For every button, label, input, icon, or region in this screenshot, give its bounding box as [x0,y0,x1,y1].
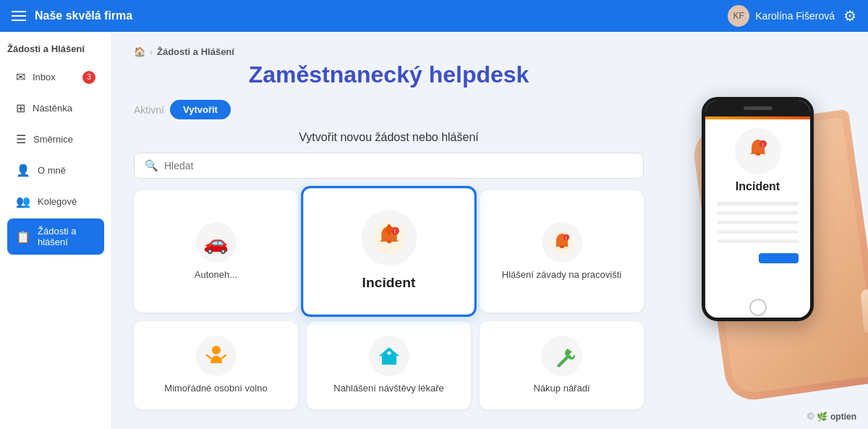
brand-leaf-icon: 🌿 [817,412,827,422]
svg-rect-14 [388,352,390,355]
kolegove-icon: 👥 [16,195,30,208]
sidebar-item-label: Nástěnka [33,103,72,114]
main-content: 🏠 › Žádosti a Hlášení Zaměstnanecký help… [112,32,665,429]
copyright-symbol: © [807,412,814,422]
sidebar-item-label: O mně [38,165,66,176]
svg-point-17 [756,153,760,156]
phone-incident-label: Incident [736,180,780,193]
card-label: Mimořádné osobní volno [164,382,267,395]
svg-line-10 [207,355,210,358]
sidebar-item-nastenska[interactable]: ⊞ Nástěnka [7,94,104,122]
modal-area: Vytvořit novou žádost nebo hlášení 🔍 🚗 A… [134,131,644,409]
card-icon-circle [196,336,237,376]
phone-incident-icon: ! [744,137,773,166]
card-hlaseni[interactable]: ! Hlášení závady na pracovišti [480,190,644,313]
breadcrumb-separator: › [150,47,153,57]
house-plus-icon [376,343,402,369]
sidebar-item-omne[interactable]: 👤 O mně [7,156,104,184]
card-autonehoda[interactable]: 🚗 Autoneh... [134,190,298,313]
svg-text:!: ! [393,228,396,234]
car-icon: 🚗 [203,229,229,255]
navbar-right: KF Karolína Fišerová ⚙ [728,5,856,27]
user-name: Karolína Fišerová [755,10,835,22]
tabs-bar: Aktivní Vytvořit [134,100,644,119]
sidebar-item-smernice[interactable]: ☰ Směrnice [7,125,104,153]
search-input[interactable] [164,160,633,171]
search-icon: 🔍 [145,159,158,172]
zadosti-icon: 📋 [16,230,30,244]
omne-icon: 👤 [16,163,30,177]
search-bar: 🔍 [134,153,644,179]
navbar-left: Naše skvělá firma [12,9,132,22]
phone-section: ! Incident [665,32,868,429]
page-title: Zaměstnanecký helpdesk [134,61,644,88]
sidebar-item-label: Směrnice [33,134,73,145]
sidebar-item-zadosti[interactable]: 📋 Žádosti a hlášení [7,218,104,255]
company-name: Naše skvělá firma [35,9,132,22]
svg-point-9 [212,346,221,354]
card-icon-circle: 🚗 [196,222,237,263]
card-label: Nahlášení návštěvy lékaře [333,382,443,395]
gear-icon[interactable]: ⚙ [843,7,856,25]
inbox-badge: 3 [82,71,95,84]
tab-aktivni[interactable]: Aktivní [134,104,164,116]
svg-point-2 [386,240,391,243]
card-incident-label: Incident [362,273,416,293]
sidebar-item-label: Inbox [33,72,56,82]
sidebar-item-inbox[interactable]: ✉ Inbox 3 [7,63,104,91]
svg-marker-12 [379,347,399,365]
tab-vytvorit-button[interactable]: Vytvořit [170,100,231,119]
hamburger-button[interactable] [12,11,26,21]
navbar: Naše skvělá firma KF Karolína Fišerová ⚙ [0,0,868,32]
sidebar-item-label: Kolegové [38,196,77,207]
incident2-icon: ! [549,229,575,255]
card-icon-circle [369,336,409,376]
card-label: Nákup nářadí [533,382,590,395]
sidebar-item-kolegove[interactable]: 👥 Kolegové [7,187,104,216]
main-layout: Žádosti a Hlášení ✉ Inbox 3 ⊞ Nástěnka ☰… [0,32,868,429]
card-incident-featured[interactable]: ! Incident [301,186,477,317]
smernice-icon: ☰ [16,132,26,146]
svg-line-11 [222,355,226,358]
svg-text:!: ! [565,236,566,240]
copyright: © 🌿 optien [807,412,856,422]
card-volno[interactable]: Mimořádné osobní volno [134,321,298,409]
cards-grid: 🚗 Autoneh... [134,190,644,409]
card-icon-circle [542,336,582,376]
avatar: KF [728,5,749,27]
sidebar: Žádosti a Hlášení ✉ Inbox 3 ⊞ Nástěnka ☰… [0,32,112,429]
breadcrumb-home-icon[interactable]: 🏠 [134,46,145,57]
svg-text:!: ! [762,142,763,147]
person-icon [203,343,229,369]
sidebar-heading-text: Žádosti a Hlášení [7,43,85,54]
brand-name: optien [830,412,856,422]
card-nakup[interactable]: Nákup nářadí [480,321,644,409]
card-label: Autoneh... [195,268,237,281]
inbox-icon: ✉ [16,70,25,84]
modal-subtitle: Vytvořit novou žádost nebo hlášení [134,131,644,144]
wrench-icon [549,343,575,369]
svg-point-8 [560,245,564,248]
svg-text:🚗: 🚗 [203,231,229,255]
card-navsteva[interactable]: Nahlášení návštěvy lékaře [307,321,471,409]
card-icon-circle: ! [542,222,582,263]
breadcrumb-current: Žádosti a Hlášení [157,46,234,57]
breadcrumb: 🏠 › Žádosti a Hlášení [134,46,644,57]
incident-icon: ! [371,220,407,255]
card-icon-circle-featured: ! [361,210,417,266]
user-info: KF Karolína Fišerová [728,5,835,27]
sidebar-heading: Žádosti a Hlášení [7,43,104,54]
sidebar-item-label: Žádosti a hlášení [38,226,95,247]
card-label: Hlášení závady na pracovišti [502,268,621,281]
nastenska-icon: ⊞ [16,101,25,115]
